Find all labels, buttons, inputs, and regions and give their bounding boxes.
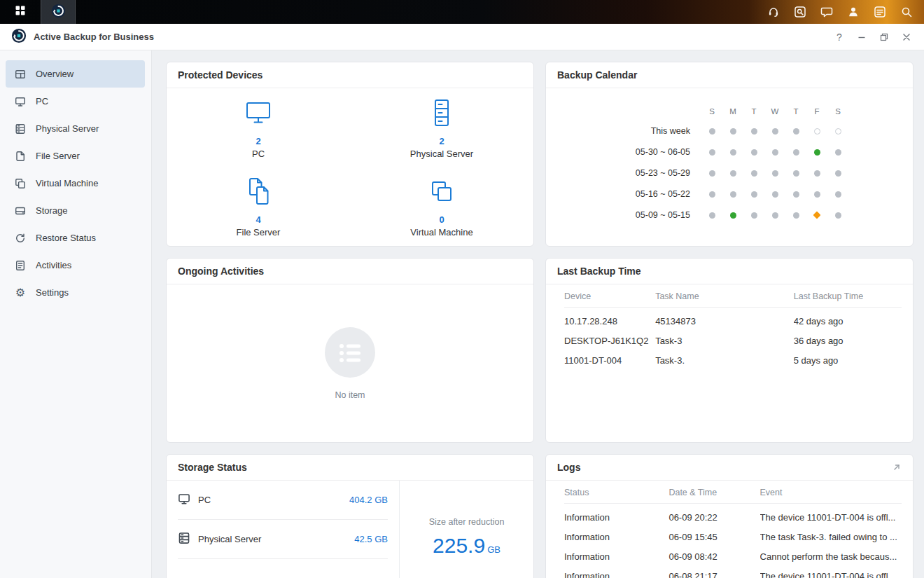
sidebar-item-file-server[interactable]: File Server [6,142,145,170]
last-backup-cell: 36 days ago [794,331,902,351]
task-name-cell: Task-3 [655,331,794,351]
universal-search-icon[interactable] [787,0,813,24]
table-row[interactable]: Information 06-09 15:45 The task Task-3.… [564,528,902,547]
ongoing-activities-card: Ongoing Activities No item [166,258,534,443]
device-tile-physical-server[interactable]: 2 Physical Server [350,88,533,167]
sidebar-item-label: PC [36,96,48,106]
sidebar-item-storage[interactable]: Storage [6,197,145,224]
user-icon[interactable] [840,0,867,24]
calendar-dot [772,170,778,177]
table-row[interactable]: Information 06-09 20:22 The device 11001… [564,504,902,528]
sidebar-item-label: Virtual Machine [36,178,98,188]
sidebar-item-label: Physical Server [36,123,99,134]
protected-devices-title: Protected Devices [178,69,262,81]
pc-icon [14,96,27,107]
event-cell: The task Task-3. failed owing to ... [760,528,902,547]
widgets-icon[interactable] [867,0,893,24]
reduction-unit: GB [487,544,500,555]
status-cell: Information [564,547,668,567]
table-row[interactable]: Information 06-09 08:42 Cannot perform t… [564,547,902,567]
calendar-day-header: S [701,102,722,121]
task-name-cell: 45134873 [655,308,794,331]
sidebar-item-pc[interactable]: PC [6,88,145,115]
last-backup-time-body: Device Task Name Last Backup Time 10.17.… [546,284,913,442]
event-cell: The device 11001-DT-004 is offl... [760,504,902,528]
calendar-grid: S M T W T F S This week [610,102,848,226]
card-title: Logs [546,455,913,481]
taskbar-active-backup-tab[interactable] [41,0,76,24]
calendar-day-header-row: S M T W T F S [610,102,848,121]
sidebar-item-physical-server[interactable]: Physical Server [6,115,145,142]
calendar-week-label: 05-23 ~ 05-29 [610,168,701,178]
device-tile-pc[interactable]: 2 PC [167,88,350,167]
backup-calendar-title: Backup Calendar [557,69,637,81]
open-logs-icon[interactable] [892,462,902,472]
virtual-machine-device-icon [426,175,458,210]
table-row[interactable]: DESKTOP-J61K1Q2 Task-3 36 days ago [564,331,902,351]
reduction-label: Size after reduction [429,517,505,527]
table-row[interactable]: 10.17.28.248 45134873 42 days ago [564,308,902,331]
sidebar-item-virtual-machine[interactable]: Virtual Machine [6,170,145,197]
active-backup-app-icon [51,4,66,21]
backup-calendar-card: Backup Calendar S M T W T F S This [545,62,913,247]
file-server-device-icon [242,175,274,210]
headset-icon[interactable] [760,0,787,24]
storage-size-link[interactable]: 404.2 GB [349,495,388,505]
calendar-dot [772,128,778,135]
overview-icon [14,69,27,80]
storage-row-physical-server[interactable]: Physical Server 42.5 GB [178,520,388,559]
last-backup-time-title: Last Backup Time [557,266,641,277]
calendar-dot [835,212,841,219]
calendar-dot [751,212,757,219]
calendar-dot [835,170,841,177]
chat-icon[interactable] [813,0,840,24]
sidebar-item-overview[interactable]: Overview [6,60,145,88]
sidebar-item-label: Overview [36,69,74,79]
storage-row-pc[interactable]: PC 404.2 GB [178,481,388,520]
calendar-dot [814,128,820,135]
table-row[interactable]: Information 06-08 21:17 The device 11001… [564,567,902,578]
sidebar-item-label: Activities [36,260,71,270]
storage-device-list: PC 404.2 GB Physical Server 42.5 GB [167,481,400,578]
sidebar-item-restore-status[interactable]: Restore Status [6,224,145,252]
column-header: Status [564,481,668,504]
table-row[interactable]: 11001-DT-004 Task-3. 5 days ago [564,351,902,371]
calendar-dot [751,191,757,198]
close-button[interactable] [897,28,916,46]
calendar-day-header: F [806,102,827,121]
calendar-day-header: T [785,102,806,121]
device-tile-virtual-machine[interactable]: 0 Virtual Machine [350,167,533,247]
datetime-cell: 06-09 20:22 [668,504,760,528]
calendar-dot [814,170,820,177]
maximize-button[interactable] [875,28,893,46]
sidebar-item-activities[interactable]: Activities [6,252,145,279]
calendar-week-row: 05-09 ~ 05-15 [610,205,848,226]
main-menu-grid-icon [14,4,27,20]
empty-state-text: No item [335,390,365,400]
help-button[interactable]: ? [830,28,848,46]
calendar-dot [730,170,736,177]
protected-devices-card: Protected Devices 2 PC 2 Physical Server [166,62,534,247]
sidebar-item-settings[interactable]: ⚙ Settings [6,279,145,306]
device-cell: 11001-DT-004 [564,351,655,371]
calendar-day-header: M [722,102,743,121]
minimize-button[interactable] [853,28,871,46]
pc-icon [178,493,190,508]
status-cell: Information [564,504,668,528]
reduction-number: 225.9 [433,534,485,558]
restore-status-icon [14,233,27,244]
calendar-week-row: 05-16 ~ 05-22 [610,184,848,205]
last-backup-time-card: Last Backup Time Device Task Name Last B… [545,258,913,443]
search-icon[interactable] [893,0,920,24]
card-title: Protected Devices [167,62,533,88]
calendar-dot [751,149,757,156]
column-header: Event [760,481,902,504]
status-cell: Information [564,528,668,547]
activities-icon [14,260,27,271]
sidebar: Overview PC Physical Server File Server … [0,50,152,578]
calendar-dot [835,128,841,135]
storage-size-link[interactable]: 42.5 GB [354,534,388,544]
main-menu-button[interactable] [0,0,41,24]
calendar-dot [751,128,757,135]
device-tile-file-server[interactable]: 4 File Server [167,167,350,247]
